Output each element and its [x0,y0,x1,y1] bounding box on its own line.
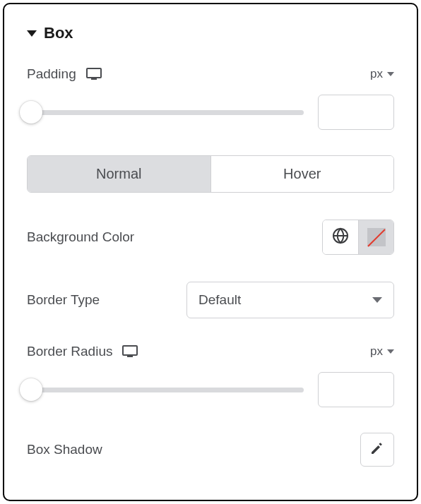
background-color-controls [322,220,394,255]
box-panel: Box Padding px Normal Hover Background C… [3,3,418,501]
padding-row: Padding px [27,66,394,82]
tab-hover[interactable]: Hover [210,156,394,192]
color-swatch-button[interactable] [358,220,393,254]
tab-normal[interactable]: Normal [28,156,210,192]
border-radius-label: Border Radius [27,344,112,359]
background-color-row: Background Color [27,220,394,255]
padding-unit-select[interactable]: px [370,67,394,81]
border-type-value: Default [198,292,241,308]
border-radius-input[interactable] [318,372,394,407]
desktop-icon[interactable] [122,345,138,358]
padding-slider[interactable] [20,100,304,124]
no-color-swatch-icon [367,228,386,246]
padding-label-wrap: Padding [27,66,102,82]
chevron-down-icon [387,349,394,354]
padding-label: Padding [27,66,76,82]
caret-down-icon [27,30,37,37]
state-tabs: Normal Hover [27,155,394,193]
box-shadow-label: Box Shadow [27,442,102,457]
svg-rect-4 [127,356,133,357]
slider-thumb[interactable] [20,101,42,124]
section-title: Box [44,24,73,42]
globe-icon [332,227,349,247]
padding-input[interactable] [318,95,394,130]
border-radius-slider-row [27,372,394,407]
slider-thumb[interactable] [20,378,42,401]
svg-rect-3 [123,346,137,355]
border-type-label: Border Type [27,292,100,308]
border-radius-slider[interactable] [20,378,304,402]
border-radius-unit-select[interactable]: px [370,344,394,359]
box-shadow-edit-button[interactable] [360,433,394,467]
pencil-icon [370,441,384,458]
global-color-button[interactable] [323,220,358,254]
padding-slider-row [27,95,394,130]
border-radius-unit: px [370,344,383,359]
svg-rect-1 [91,78,97,80]
slider-track [30,110,304,115]
svg-rect-0 [87,68,101,78]
border-type-select[interactable]: Default [186,282,394,318]
desktop-icon[interactable] [86,68,102,80]
background-color-label: Background Color [27,229,134,245]
border-radius-row: Border Radius px [27,344,394,359]
section-header[interactable]: Box [27,24,394,42]
chevron-down-icon [372,297,382,303]
chevron-down-icon [387,72,394,76]
border-radius-label-wrap: Border Radius [27,344,138,359]
padding-unit: px [370,67,383,81]
slider-track [30,388,304,392]
border-type-row: Border Type Default [27,282,394,318]
box-shadow-row: Box Shadow [27,433,394,467]
